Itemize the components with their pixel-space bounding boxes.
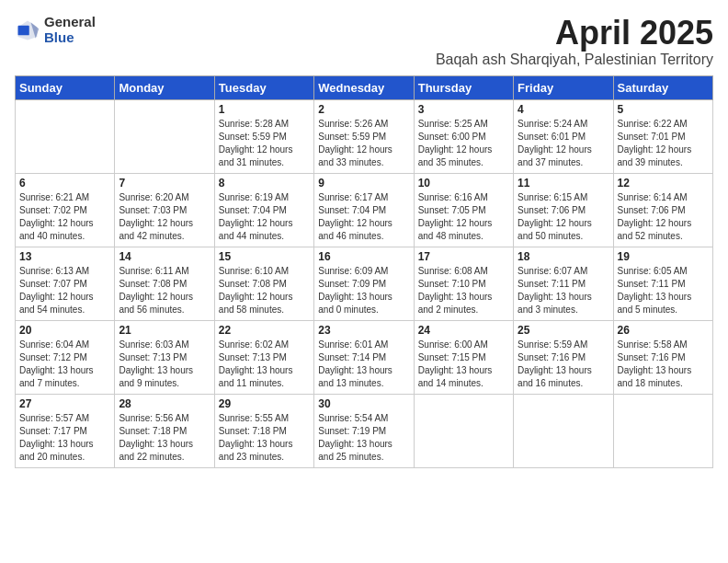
calendar-day-17: 17Sunrise: 6:08 AM Sunset: 7:10 PM Dayli… (414, 247, 513, 320)
day-detail: Sunrise: 6:21 AM Sunset: 7:02 PM Dayligh… (19, 191, 110, 243)
calendar-empty-cell (613, 394, 712, 467)
calendar-header-friday: Friday (514, 75, 613, 99)
day-detail: Sunrise: 5:28 AM Sunset: 5:59 PM Dayligh… (219, 118, 310, 169)
calendar-header-monday: Monday (115, 75, 214, 99)
day-detail: Sunrise: 6:14 AM Sunset: 7:06 PM Dayligh… (618, 191, 709, 243)
calendar-day-30: 30Sunrise: 5:54 AM Sunset: 7:19 PM Dayli… (314, 394, 414, 467)
day-detail: Sunrise: 6:16 AM Sunset: 7:05 PM Dayligh… (418, 191, 509, 243)
day-detail: Sunrise: 5:58 AM Sunset: 7:16 PM Dayligh… (618, 339, 709, 390)
page-header: General Blue April 2025 Baqah ash Sharqi… (15, 15, 713, 68)
day-number: 1 (219, 103, 310, 116)
calendar-header-thursday: Thursday (414, 75, 513, 99)
day-detail: Sunrise: 6:10 AM Sunset: 7:08 PM Dayligh… (219, 265, 310, 316)
day-number: 7 (119, 177, 210, 190)
day-number: 6 (19, 177, 110, 190)
calendar-week-row: 6Sunrise: 6:21 AM Sunset: 7:02 PM Daylig… (16, 173, 713, 247)
day-detail: Sunrise: 5:24 AM Sunset: 6:01 PM Dayligh… (518, 118, 609, 169)
calendar-day-27: 27Sunrise: 5:57 AM Sunset: 7:17 PM Dayli… (16, 394, 115, 467)
day-detail: Sunrise: 6:01 AM Sunset: 7:14 PM Dayligh… (318, 339, 409, 390)
day-detail: Sunrise: 6:15 AM Sunset: 7:06 PM Dayligh… (518, 191, 609, 243)
day-detail: Sunrise: 6:20 AM Sunset: 7:03 PM Dayligh… (119, 191, 210, 243)
logo-blue-text: Blue (44, 30, 96, 46)
calendar-header-saturday: Saturday (613, 75, 712, 99)
calendar-header-tuesday: Tuesday (214, 75, 313, 99)
calendar-day-16: 16Sunrise: 6:09 AM Sunset: 7:09 PM Dayli… (314, 247, 414, 320)
svg-rect-3 (18, 25, 29, 35)
day-detail: Sunrise: 6:04 AM Sunset: 7:12 PM Dayligh… (19, 339, 110, 390)
day-number: 4 (518, 103, 609, 116)
day-number: 20 (19, 324, 110, 337)
logo: General Blue (15, 15, 96, 45)
calendar-header-wednesday: Wednesday (314, 75, 414, 99)
calendar-day-19: 19Sunrise: 6:05 AM Sunset: 7:11 PM Dayli… (613, 247, 712, 320)
calendar-day-29: 29Sunrise: 5:55 AM Sunset: 7:18 PM Dayli… (214, 394, 313, 467)
day-number: 17 (418, 250, 509, 263)
day-number: 5 (618, 103, 709, 116)
day-detail: Sunrise: 6:19 AM Sunset: 7:04 PM Dayligh… (219, 191, 310, 243)
calendar-week-row: 27Sunrise: 5:57 AM Sunset: 7:17 PM Dayli… (16, 394, 713, 467)
logo-text: General Blue (44, 15, 96, 45)
calendar-empty-cell (414, 394, 513, 467)
day-number: 12 (618, 177, 709, 190)
calendar-day-15: 15Sunrise: 6:10 AM Sunset: 7:08 PM Dayli… (214, 247, 313, 320)
calendar-day-23: 23Sunrise: 6:01 AM Sunset: 7:14 PM Dayli… (314, 320, 414, 394)
day-detail: Sunrise: 6:09 AM Sunset: 7:09 PM Dayligh… (318, 265, 409, 316)
calendar-week-row: 1Sunrise: 5:28 AM Sunset: 5:59 PM Daylig… (16, 99, 713, 173)
day-number: 28 (119, 397, 210, 410)
day-number: 24 (418, 324, 509, 337)
day-number: 23 (318, 324, 409, 337)
calendar-day-28: 28Sunrise: 5:56 AM Sunset: 7:18 PM Dayli… (115, 394, 214, 467)
day-number: 30 (318, 397, 409, 410)
calendar-day-6: 6Sunrise: 6:21 AM Sunset: 7:02 PM Daylig… (16, 173, 115, 247)
calendar-empty-cell (16, 99, 115, 173)
calendar-day-26: 26Sunrise: 5:58 AM Sunset: 7:16 PM Dayli… (613, 320, 712, 394)
calendar-day-7: 7Sunrise: 6:20 AM Sunset: 7:03 PM Daylig… (115, 173, 214, 247)
day-number: 22 (219, 324, 310, 337)
calendar-day-22: 22Sunrise: 6:02 AM Sunset: 7:13 PM Dayli… (214, 320, 313, 394)
day-number: 8 (219, 177, 310, 190)
calendar-header-row: SundayMondayTuesdayWednesdayThursdayFrid… (16, 75, 713, 99)
month-title: April 2025 (436, 15, 713, 52)
day-number: 3 (418, 103, 509, 116)
day-detail: Sunrise: 5:59 AM Sunset: 7:16 PM Dayligh… (518, 339, 609, 390)
calendar-day-5: 5Sunrise: 6:22 AM Sunset: 7:01 PM Daylig… (613, 99, 712, 173)
calendar-table: SundayMondayTuesdayWednesdayThursdayFrid… (15, 75, 713, 468)
calendar-day-4: 4Sunrise: 5:24 AM Sunset: 6:01 PM Daylig… (514, 99, 613, 173)
day-number: 26 (618, 324, 709, 337)
logo-general-text: General (44, 15, 96, 30)
day-number: 10 (418, 177, 509, 190)
calendar-week-row: 20Sunrise: 6:04 AM Sunset: 7:12 PM Dayli… (16, 320, 713, 394)
calendar-day-11: 11Sunrise: 6:15 AM Sunset: 7:06 PM Dayli… (514, 173, 613, 247)
calendar-day-14: 14Sunrise: 6:11 AM Sunset: 7:08 PM Dayli… (115, 247, 214, 320)
day-detail: Sunrise: 6:22 AM Sunset: 7:01 PM Dayligh… (618, 118, 709, 169)
day-detail: Sunrise: 6:13 AM Sunset: 7:07 PM Dayligh… (19, 265, 110, 316)
day-detail: Sunrise: 6:05 AM Sunset: 7:11 PM Dayligh… (618, 265, 709, 316)
calendar-day-25: 25Sunrise: 5:59 AM Sunset: 7:16 PM Dayli… (514, 320, 613, 394)
day-number: 29 (219, 397, 310, 410)
calendar-day-18: 18Sunrise: 6:07 AM Sunset: 7:11 PM Dayli… (514, 247, 613, 320)
calendar-day-2: 2Sunrise: 5:26 AM Sunset: 5:59 PM Daylig… (314, 99, 414, 173)
day-detail: Sunrise: 6:00 AM Sunset: 7:15 PM Dayligh… (418, 339, 509, 390)
day-detail: Sunrise: 5:54 AM Sunset: 7:19 PM Dayligh… (318, 412, 409, 464)
calendar-day-3: 3Sunrise: 5:25 AM Sunset: 6:00 PM Daylig… (414, 99, 513, 173)
calendar-day-8: 8Sunrise: 6:19 AM Sunset: 7:04 PM Daylig… (214, 173, 313, 247)
day-number: 9 (318, 177, 409, 190)
calendar-week-row: 13Sunrise: 6:13 AM Sunset: 7:07 PM Dayli… (16, 247, 713, 320)
title-section: April 2025 Baqah ash Sharqiyah, Palestin… (436, 15, 713, 68)
day-detail: Sunrise: 5:55 AM Sunset: 7:18 PM Dayligh… (219, 412, 310, 464)
day-detail: Sunrise: 6:03 AM Sunset: 7:13 PM Dayligh… (119, 339, 210, 390)
day-detail: Sunrise: 5:56 AM Sunset: 7:18 PM Dayligh… (119, 412, 210, 464)
day-detail: Sunrise: 5:57 AM Sunset: 7:17 PM Dayligh… (19, 412, 110, 464)
calendar-day-1: 1Sunrise: 5:28 AM Sunset: 5:59 PM Daylig… (214, 99, 313, 173)
day-number: 11 (518, 177, 609, 190)
calendar-day-10: 10Sunrise: 6:16 AM Sunset: 7:05 PM Dayli… (414, 173, 513, 247)
calendar-empty-cell (514, 394, 613, 467)
day-number: 16 (318, 250, 409, 263)
calendar-day-21: 21Sunrise: 6:03 AM Sunset: 7:13 PM Dayli… (115, 320, 214, 394)
day-number: 19 (618, 250, 709, 263)
day-number: 15 (219, 250, 310, 263)
day-detail: Sunrise: 6:08 AM Sunset: 7:10 PM Dayligh… (418, 265, 509, 316)
day-detail: Sunrise: 6:07 AM Sunset: 7:11 PM Dayligh… (518, 265, 609, 316)
day-number: 13 (19, 250, 110, 263)
day-detail: Sunrise: 6:11 AM Sunset: 7:08 PM Dayligh… (119, 265, 210, 316)
